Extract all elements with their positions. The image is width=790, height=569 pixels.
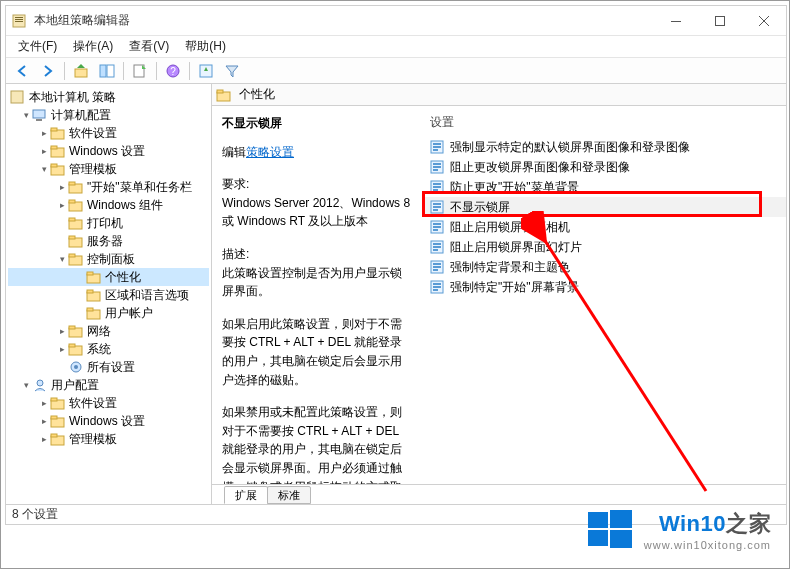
folder-icon <box>50 431 66 447</box>
settings-item-label: 强制显示特定的默认锁屏界面图像和登录图像 <box>450 139 690 156</box>
tree-pane[interactable]: 本地计算机 策略 ▾计算机配置 ▸软件设置 ▸Windows 设置 ▾管理模板 … <box>6 84 212 504</box>
expand-icon[interactable]: ▾ <box>20 106 32 124</box>
svg-rect-39 <box>87 272 93 275</box>
tree-region-language[interactable]: 区域和语言选项 <box>8 286 209 304</box>
close-button[interactable] <box>742 7 786 35</box>
svg-rect-37 <box>69 254 75 257</box>
maximize-button[interactable] <box>698 7 742 35</box>
toolbar-separator <box>123 62 124 80</box>
tree-uc-admin-templates[interactable]: ▸管理模板 <box>8 430 209 448</box>
tree-control-panel[interactable]: ▾控制面板 <box>8 250 209 268</box>
location-label: 个性化 <box>239 86 275 103</box>
svg-rect-66 <box>433 169 438 171</box>
svg-rect-89 <box>433 286 441 288</box>
svg-text:?: ? <box>170 66 176 77</box>
app-icon <box>12 13 28 29</box>
svg-rect-25 <box>51 146 57 149</box>
toolbar-separator <box>156 62 157 80</box>
tree-network[interactable]: ▸网络 <box>8 322 209 340</box>
settings-item-label: 强制特定背景和主题色 <box>450 259 570 276</box>
svg-marker-18 <box>226 66 238 77</box>
menu-file[interactable]: 文件(F) <box>10 36 65 57</box>
requirements-label: 要求: <box>222 175 412 194</box>
toolbar-separator <box>64 62 65 80</box>
tree-root[interactable]: 本地计算机 策略 <box>8 88 209 106</box>
settings-item[interactable]: 不显示锁屏 <box>422 197 786 217</box>
svg-rect-27 <box>51 164 57 167</box>
content-area: 不显示锁屏 编辑策略设置 要求: Windows Server 2012、Win… <box>212 106 786 484</box>
menu-action[interactable]: 操作(A) <box>65 36 121 57</box>
tree-personalization[interactable]: 个性化 <box>8 268 209 286</box>
tree-cc-admin-templates[interactable]: ▾管理模板 <box>8 160 209 178</box>
svg-rect-2 <box>15 19 23 20</box>
user-icon <box>32 377 48 393</box>
settings-item[interactable]: 阻止更改锁屏界面图像和登录图像 <box>422 157 786 177</box>
tree-uc-software[interactable]: ▸软件设置 <box>8 394 209 412</box>
settings-item[interactable]: 强制特定背景和主题色 <box>422 257 786 277</box>
back-button[interactable] <box>10 60 34 82</box>
requirements-text: Windows Server 2012、Windows 8 或 Windows … <box>222 194 412 231</box>
tree-cc-software[interactable]: ▸软件设置 <box>8 124 209 142</box>
folder-icon <box>68 197 84 213</box>
menu-view[interactable]: 查看(V) <box>121 36 177 57</box>
show-hide-tree-button[interactable] <box>95 60 119 82</box>
tree-uc-windows[interactable]: ▸Windows 设置 <box>8 412 209 430</box>
tree-all-settings[interactable]: 所有设置 <box>8 358 209 376</box>
tab-standard[interactable]: 标准 <box>267 486 311 504</box>
settings-item[interactable]: 防止更改"开始"菜单背景 <box>422 177 786 197</box>
detail-title: 不显示锁屏 <box>222 114 412 133</box>
svg-rect-47 <box>69 344 75 347</box>
folder-icon <box>50 125 66 141</box>
policy-item-icon <box>430 240 444 254</box>
edit-policy-link[interactable]: 策略设置 <box>246 145 294 159</box>
settings-item[interactable]: 阻止启用锁屏界面幻灯片 <box>422 237 786 257</box>
policy-item-icon <box>430 140 444 154</box>
settings-item-label: 强制特定"开始"屏幕背景 <box>450 279 579 296</box>
settings-list[interactable]: 设置 强制显示特定的默认锁屏界面图像和登录图像阻止更改锁屏界面图像和登录图像防止… <box>422 106 786 484</box>
menu-help[interactable]: 帮助(H) <box>177 36 234 57</box>
tab-extended[interactable]: 扩展 <box>224 486 268 504</box>
tree-user-config[interactable]: ▾用户配置 <box>8 376 209 394</box>
minimize-button[interactable] <box>654 7 698 35</box>
folder-icon <box>50 143 66 159</box>
body: 本地计算机 策略 ▾计算机配置 ▸软件设置 ▸Windows 设置 ▾管理模板 … <box>6 84 786 504</box>
tree-start-menu[interactable]: ▸"开始"菜单和任务栏 <box>8 178 209 196</box>
tree-cc-windows[interactable]: ▸Windows 设置 <box>8 142 209 160</box>
svg-rect-92 <box>588 512 608 528</box>
forward-button[interactable] <box>36 60 60 82</box>
svg-point-50 <box>37 380 43 386</box>
tree-windows-components[interactable]: ▸Windows 组件 <box>8 196 209 214</box>
properties-button[interactable] <box>194 60 218 82</box>
settings-item[interactable]: 强制特定"开始"屏幕背景 <box>422 277 786 297</box>
svg-rect-10 <box>100 65 106 77</box>
description-text-1: 此策略设置控制是否为用户显示锁屏界面。 <box>222 264 412 301</box>
help-button[interactable]: ? <box>161 60 185 82</box>
tree-server[interactable]: 服务器 <box>8 232 209 250</box>
edit-prefix: 编辑 <box>222 145 246 159</box>
settings-item[interactable]: 阻止启用锁屏界面相机 <box>422 217 786 237</box>
menubar: 文件(F) 操作(A) 查看(V) 帮助(H) <box>6 36 786 58</box>
computer-icon <box>32 107 48 123</box>
svg-rect-72 <box>433 203 441 205</box>
tree-computer-config[interactable]: ▾计算机配置 <box>8 106 209 124</box>
tree-system[interactable]: ▸系统 <box>8 340 209 358</box>
svg-rect-19 <box>11 91 23 103</box>
folder-icon <box>68 215 84 231</box>
tree-printer[interactable]: 打印机 <box>8 214 209 232</box>
svg-rect-41 <box>87 290 93 293</box>
svg-rect-5 <box>716 16 725 25</box>
tree-user-accounts[interactable]: 用户帐户 <box>8 304 209 322</box>
settings-item[interactable]: 强制显示特定的默认锁屏界面图像和登录图像 <box>422 137 786 157</box>
detail-column: 不显示锁屏 编辑策略设置 要求: Windows Server 2012、Win… <box>212 106 422 484</box>
settings-header[interactable]: 设置 <box>422 110 786 137</box>
up-button[interactable] <box>69 60 93 82</box>
svg-rect-29 <box>69 182 75 185</box>
right-pane: 个性化 不显示锁屏 编辑策略设置 要求: Windows Server 2012… <box>212 84 786 504</box>
svg-rect-20 <box>33 110 45 118</box>
svg-rect-64 <box>433 163 441 165</box>
export-list-button[interactable] <box>128 60 152 82</box>
filter-button[interactable] <box>220 60 244 82</box>
svg-rect-76 <box>433 223 441 225</box>
policy-item-icon <box>430 280 444 294</box>
settings-item-label: 阻止启用锁屏界面幻灯片 <box>450 239 582 256</box>
